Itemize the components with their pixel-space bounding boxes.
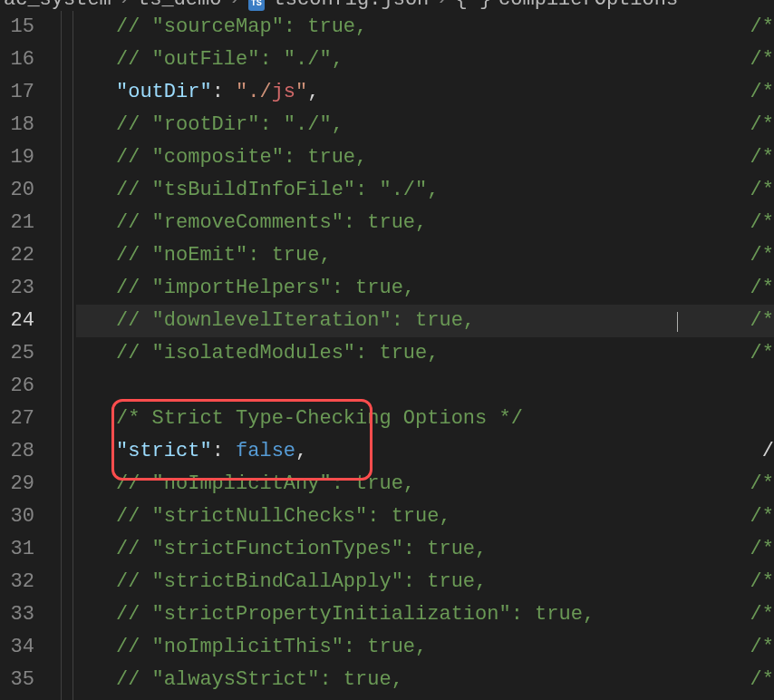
comment-token: // "outFile": "./", bbox=[116, 48, 343, 71]
line-number: 32 bbox=[0, 566, 34, 598]
ts-file-icon bbox=[248, 0, 265, 11]
chevron-right-icon: › bbox=[436, 0, 448, 11]
comment-token: /* bbox=[750, 272, 774, 305]
comment-token: // "downlevelIteration": true, bbox=[116, 309, 475, 332]
braces-icon: { } bbox=[456, 0, 492, 11]
breadcrumbs: ac_system › ts_demo › tsconfig.json › { … bbox=[0, 0, 774, 11]
comment-token: /* bbox=[750, 664, 774, 696]
line-number: 25 bbox=[0, 337, 34, 370]
line-number: 31 bbox=[0, 533, 34, 566]
indent-guide bbox=[73, 11, 73, 700]
comment-token: // "sourceMap": true, bbox=[116, 15, 367, 38]
comment-token: // "noImplicitThis": true, bbox=[116, 636, 427, 658]
code-line[interactable]: // "isolatedModules": true,/* bbox=[76, 337, 774, 370]
text-token: / bbox=[762, 435, 774, 468]
comment-token: // "importHelpers": true, bbox=[116, 277, 415, 299]
chevron-right-icon: › bbox=[119, 0, 131, 11]
breadcrumb-symbol[interactable]: compilerOptions bbox=[498, 0, 678, 11]
punct-token: : bbox=[212, 81, 236, 103]
comment-token: // "composite": true, bbox=[116, 146, 367, 169]
code-line[interactable]: // "removeComments": true,/* bbox=[76, 207, 774, 239]
comment-token: /* bbox=[750, 11, 774, 44]
comment-token: /* bbox=[750, 631, 774, 664]
comment-token: /* bbox=[750, 239, 774, 272]
code-line[interactable]: "strict": false,/ bbox=[76, 435, 774, 468]
line-number: 27 bbox=[0, 403, 34, 435]
comment-token: /* bbox=[750, 141, 774, 174]
bool-token: false bbox=[236, 440, 295, 462]
code-line[interactable]: // "downlevelIteration": true,/* bbox=[76, 305, 774, 337]
comment-token: // "strictNullChecks": true, bbox=[116, 505, 451, 528]
breadcrumb-seg[interactable]: ts_demo bbox=[138, 0, 221, 11]
line-number: 35 bbox=[0, 664, 34, 696]
line-number: 19 bbox=[0, 141, 34, 174]
comment-token: /* bbox=[750, 337, 774, 370]
line-number: 26 bbox=[0, 370, 34, 403]
code-line[interactable]: // "noEmit": true,/* bbox=[76, 239, 774, 272]
line-number: 29 bbox=[0, 468, 34, 501]
line-number: 20 bbox=[0, 174, 34, 207]
comment-token: // "rootDir": "./", bbox=[116, 113, 343, 136]
punct-token: : bbox=[212, 440, 236, 462]
code-line[interactable]: // "outFile": "./",/* bbox=[76, 44, 774, 76]
punct-token: , bbox=[307, 81, 319, 103]
line-number: 15 bbox=[0, 11, 34, 44]
code-line[interactable] bbox=[76, 696, 774, 700]
code-line[interactable]: /* Strict Type-Checking Options */ bbox=[76, 403, 774, 435]
comment-token: /* bbox=[750, 566, 774, 598]
line-number-gutter: 15 16 17 18 19 20 21 22 23 24 25 26 27 2… bbox=[0, 11, 49, 700]
code-line[interactable]: // "rootDir": "./",/* bbox=[76, 109, 774, 141]
code-line[interactable]: // "noImplicitAny": true,/* bbox=[76, 468, 774, 501]
comment-token: /* bbox=[750, 109, 774, 141]
line-number: 33 bbox=[0, 598, 34, 631]
line-number: 18 bbox=[0, 109, 34, 141]
code-area[interactable]: // "sourceMap": true,/* // "outFile": ".… bbox=[76, 11, 774, 700]
code-line[interactable]: // "alwaysStrict": true,/* bbox=[76, 664, 774, 696]
cursor-column-marker bbox=[677, 312, 678, 332]
comment-token: // "noImplicitAny": true, bbox=[116, 472, 415, 495]
line-number: 34 bbox=[0, 631, 34, 664]
string-token: js bbox=[272, 81, 295, 103]
code-line[interactable]: // "strictNullChecks": true,/* bbox=[76, 501, 774, 533]
code-line[interactable]: // "strictBindCallApply": true,/* bbox=[76, 566, 774, 598]
chevron-right-icon: › bbox=[228, 0, 240, 11]
comment-token: /* bbox=[750, 468, 774, 501]
comment-token: /* bbox=[750, 305, 774, 337]
code-line[interactable]: // "strictPropertyInitialization": true,… bbox=[76, 598, 774, 631]
code-line[interactable]: // "noImplicitThis": true,/* bbox=[76, 631, 774, 664]
comment-token: /* bbox=[750, 207, 774, 239]
code-line[interactable]: // "tsBuildInfoFile": "./",/* bbox=[76, 174, 774, 207]
comment-token: /* bbox=[750, 76, 774, 109]
json-key-token: "strict" bbox=[116, 440, 212, 462]
line-number: 17 bbox=[0, 76, 34, 109]
comment-token: /* bbox=[750, 174, 774, 207]
breadcrumb-seg[interactable]: ac_system bbox=[4, 0, 111, 11]
line-number: 30 bbox=[0, 501, 34, 533]
comment-token: // "noEmit": true, bbox=[116, 244, 332, 267]
comment-token: /* bbox=[750, 533, 774, 566]
string-token: " bbox=[295, 81, 307, 103]
comment-token: // "alwaysStrict": true, bbox=[116, 668, 403, 691]
code-line[interactable]: // "sourceMap": true,/* bbox=[76, 11, 774, 44]
code-line[interactable]: "outDir": "./js",/* bbox=[76, 76, 774, 109]
code-line[interactable]: // "strictFunctionTypes": true,/* bbox=[76, 533, 774, 566]
comment-token: /* Strict Type-Checking Options */ bbox=[116, 407, 523, 430]
code-line[interactable]: // "importHelpers": true,/* bbox=[76, 272, 774, 305]
punct-token: , bbox=[295, 440, 307, 462]
folding-column bbox=[49, 11, 76, 700]
code-line[interactable] bbox=[76, 370, 774, 403]
line-number: 28 bbox=[0, 435, 34, 468]
comment-token: /* bbox=[750, 501, 774, 533]
comment-token: // "isolatedModules": true, bbox=[116, 342, 439, 365]
line-number: 21 bbox=[0, 207, 34, 239]
comment-token: // "strictPropertyInitialization": true, bbox=[116, 603, 595, 626]
code-line[interactable]: // "composite": true,/* bbox=[76, 141, 774, 174]
line-number: 36 bbox=[0, 696, 34, 700]
breadcrumb-file[interactable]: tsconfig.json bbox=[274, 0, 430, 11]
comment-token: // "tsBuildInfoFile": "./", bbox=[116, 179, 439, 201]
code-editor[interactable]: 15 16 17 18 19 20 21 22 23 24 25 26 27 2… bbox=[0, 11, 774, 700]
line-number: 22 bbox=[0, 239, 34, 272]
line-number: 16 bbox=[0, 44, 34, 76]
comment-token: /* bbox=[750, 44, 774, 76]
string-token: " bbox=[236, 81, 247, 103]
